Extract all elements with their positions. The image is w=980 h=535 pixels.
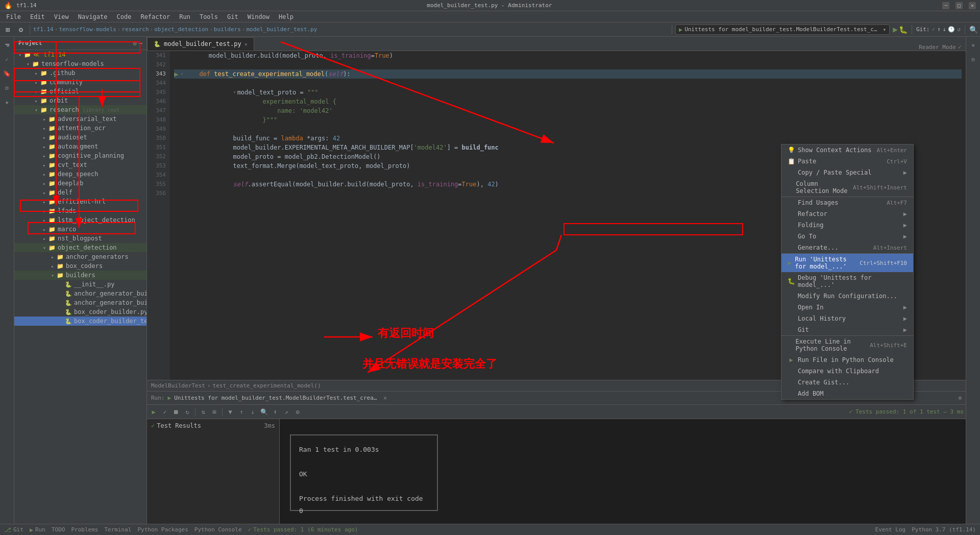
ctx-execute-line[interactable]: Execute Line in Python Console Alt+Shift… <box>781 335 913 354</box>
tree-tf114[interactable]: ▾ 📁 ≪ tf1.14 <box>14 50 146 59</box>
git-refresh[interactable]: ↺ <box>957 26 961 33</box>
tree-orbit[interactable]: ▸ 📁 orbit <box>14 96 146 105</box>
ctx-run-unittests[interactable]: ▶ Run 'Unittests for model_...' Ctrl+Shi… <box>781 253 913 272</box>
status-problems[interactable]: Problems <box>71 526 98 533</box>
ctx-generate[interactable]: Generate... Alt+Insert <box>781 242 913 253</box>
tree-adversarial[interactable]: ▸ 📁 adversarial_text <box>14 114 146 124</box>
test-filter-btn[interactable]: ⊞ <box>210 407 219 417</box>
side-icon-project[interactable]: P <box>1 39 13 51</box>
test-stop-btn[interactable]: ⏹ <box>172 407 181 417</box>
side-icon-structure[interactable]: ⊟ <box>1 82 13 94</box>
git-arrow-up[interactable]: ↑ <box>937 26 941 33</box>
right-icon-scroll[interactable]: ≡ <box>967 39 979 51</box>
tree-github[interactable]: ▸ 📁 .github <box>14 68 146 78</box>
menu-window[interactable]: Window <box>243 12 274 21</box>
reader-mode-toggle[interactable]: ✓ <box>958 43 962 51</box>
ctx-compare-clipboard[interactable]: Compare with Clipboard <box>781 366 913 377</box>
tree-efficient[interactable]: ▸ 📁 efficient-hrl <box>14 197 146 206</box>
ctx-local-history[interactable]: Local History ▶ <box>781 313 913 324</box>
close-button[interactable]: ✕ <box>969 2 976 9</box>
tree-research[interactable]: ▾ 📁 research library root <box>14 105 146 114</box>
run-button[interactable]: ▶ <box>893 25 898 34</box>
tab-close-btn[interactable]: ✕ <box>244 41 248 47</box>
menu-refactor[interactable]: Refactor <box>136 12 174 21</box>
status-python-version[interactable]: Python 3.7 (tf1.14) <box>912 526 976 533</box>
tree-anchor-gen[interactable]: ▸ 📁 anchor_generators <box>14 252 146 261</box>
menu-run[interactable]: Run <box>175 12 194 21</box>
breadcrumb-file[interactable]: model_builder_test.py <box>246 26 317 33</box>
tree-tensorflow-models[interactable]: ▾ 📁 tensorflow-models <box>14 59 146 68</box>
test-export-btn[interactable]: ⬆ <box>271 407 280 417</box>
minimize-button[interactable]: − <box>942 2 949 9</box>
tree-cvt[interactable]: ▸ 📁 cvt_text <box>14 160 146 169</box>
test-link-btn[interactable]: ↗ <box>282 407 291 417</box>
maximize-button[interactable]: □ <box>955 2 963 9</box>
ctx-column-selection[interactable]: Column Selection Mode Alt+Shift+Insert <box>781 178 913 197</box>
toolbar-settings-btn[interactable]: ⚙ <box>15 24 27 35</box>
run-marker-343[interactable]: ▶ <box>174 69 178 79</box>
ctx-show-context-actions[interactable]: 💡 Show Context Actions Alt+Enter <box>781 144 913 156</box>
ctx-modify-run[interactable]: Modify Run Configuration... <box>781 290 913 302</box>
ctx-run-file-python[interactable]: ▶ Run File in Python Console <box>781 354 913 366</box>
search-icon[interactable]: 🔍 <box>969 26 978 34</box>
ctx-paste[interactable]: 📋 Paste Ctrl+V <box>781 156 913 167</box>
ctx-create-gist[interactable]: Create Gist... <box>781 377 913 388</box>
tree-lfads[interactable]: ▸ 📁 lfads <box>14 206 146 215</box>
breadcrumb-tensorflow-models[interactable]: tensorflow-models <box>59 26 116 33</box>
ctx-git-menu[interactable]: Git ▶ <box>781 324 913 335</box>
test-search-btn[interactable]: 🔍 <box>259 407 268 417</box>
tree-autoaugment[interactable]: ▸ 📁 autoaugment <box>14 142 146 151</box>
fold-345[interactable]: ▾ <box>233 88 236 97</box>
side-icon-commit[interactable]: ✓ <box>1 53 13 65</box>
status-run[interactable]: ▶ Run <box>30 526 45 533</box>
ctx-add-bom[interactable]: Add BOM <box>781 388 913 399</box>
status-python-console[interactable]: Python Console <box>194 526 242 533</box>
test-rerun-btn[interactable]: ↻ <box>183 407 192 417</box>
right-icon-structure[interactable]: ⊟ <box>967 53 979 65</box>
toolbar-project-btn[interactable]: ⊞ <box>2 24 13 35</box>
menu-code[interactable]: Code <box>113 12 136 21</box>
side-icon-favorites[interactable]: ★ <box>1 96 13 108</box>
tree-init-py[interactable]: ▸ 🐍 __init__.py <box>14 280 146 289</box>
run-config-dropdown[interactable]: ▾ <box>883 26 886 33</box>
fold-343[interactable]: ▾ <box>180 69 183 79</box>
status-python-packages[interactable]: Python Packages <box>137 526 188 533</box>
git-arrow-down[interactable]: ↓ <box>943 26 946 33</box>
tree-lstm[interactable]: ▸ 📁 lstm_object_detection <box>14 215 146 225</box>
run-close-btn[interactable]: ✕ <box>383 395 387 401</box>
menu-file[interactable]: File <box>2 12 25 21</box>
panel-collapse-btn[interactable]: — <box>139 40 142 47</box>
ctx-debug-unittests[interactable]: 🐛 Debug 'Unittests for model_...' <box>781 272 913 290</box>
tree-box-test-py[interactable]: ▸ 🐍 box_coder_builder_test.py <box>14 317 146 326</box>
ctx-find-usages[interactable]: Find Usages Alt+F7 <box>781 197 913 208</box>
status-terminal[interactable]: Terminal <box>104 526 131 533</box>
tree-object-detection[interactable]: ▾ 📁 object_detection <box>14 243 146 252</box>
editor-tab-main[interactable]: 🐍 model_builder_test.py ✕ <box>147 37 254 51</box>
tree-builders[interactable]: ▾ 📁 builders <box>14 271 146 280</box>
status-git[interactable]: ⎇ Git <box>4 526 23 533</box>
test-collapse-btn[interactable]: ▼ <box>226 407 235 417</box>
tree-anchor-test-py[interactable]: ▸ 🐍 anchor_generator_builder_test.py <box>14 298 146 307</box>
breadcrumb-research[interactable]: research <box>122 26 149 33</box>
breadcrumb-object-detection[interactable]: object_detection <box>154 26 208 33</box>
breadcrumb-version[interactable]: tf1.14 <box>33 26 54 33</box>
tree-delf[interactable]: ▸ 📁 delf <box>14 188 146 197</box>
tree-box-coders[interactable]: ▸ 📁 box_coders <box>14 261 146 271</box>
ctx-copy-paste-special[interactable]: Copy / Paste Special ▶ <box>781 167 913 178</box>
run-settings-btn[interactable]: ⚙ <box>958 395 962 401</box>
tree-deep-speech[interactable]: ▸ 📁 deep_speech <box>14 169 146 179</box>
tree-anchor-builder-py[interactable]: ▸ 🐍 anchor_generator_builder.py <box>14 289 146 298</box>
tree-audioset[interactable]: ▸ 📁 audioset <box>14 133 146 142</box>
menu-git[interactable]: Git <box>223 12 242 21</box>
tree-community[interactable]: ▸ 📁 community <box>14 78 146 87</box>
run-again-btn[interactable]: ▶ <box>149 407 158 417</box>
ctx-folding[interactable]: Folding ▶ <box>781 220 913 231</box>
tree-cognitive[interactable]: ▸ 📁 cognitive_planning <box>14 151 146 160</box>
menu-help[interactable]: Help <box>275 12 298 21</box>
git-history[interactable]: 🕐 <box>948 26 955 33</box>
test-down-btn[interactable]: ↓ <box>248 407 257 417</box>
test-up-btn[interactable]: ↑ <box>237 407 246 417</box>
test-sort-btn[interactable]: ⇅ <box>199 407 208 417</box>
breadcrumb-builders[interactable]: builders <box>214 26 241 33</box>
tree-attention[interactable]: ▸ 📁 attention_ocr <box>14 124 146 133</box>
